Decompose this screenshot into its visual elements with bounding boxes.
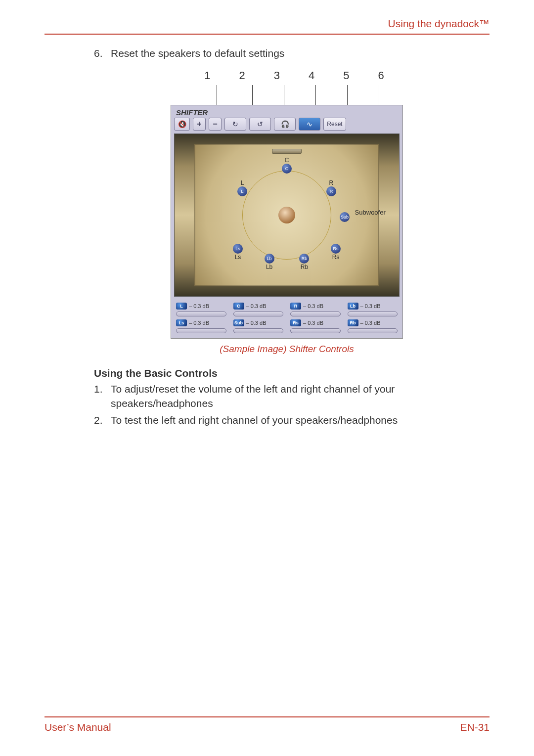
headphone-mode-button[interactable]: 🎧: [274, 118, 296, 131]
speaker-rs-label: Rs: [331, 254, 341, 261]
db-value: – 0.3 dB: [360, 303, 381, 309]
speaker-lb[interactable]: Lb Lb: [265, 254, 274, 270]
basic-item-2-text: To test the left and right channel of yo…: [111, 413, 398, 427]
basic-item-2: 2. To test the left and right channel of…: [94, 413, 480, 427]
db-cell-R: R– 0.3 dB: [290, 303, 341, 316]
callout-row: 1 2 3 4 5 6: [171, 69, 403, 82]
db-badge: Ls: [176, 319, 187, 326]
db-cell-Lb: Lb– 0.3 dB: [348, 303, 398, 316]
surround-view[interactable]: C C L L R R Sub: [174, 133, 400, 297]
db-badge: C: [233, 303, 244, 310]
basic-item-1: 1. To adjust/reset the volume of the lef…: [94, 382, 480, 410]
footer-left: User’s Manual: [44, 721, 111, 733]
mute-toggle[interactable]: 🔇: [174, 118, 190, 131]
db-slider-C[interactable]: [233, 311, 284, 316]
db-cell-C: C– 0.3 dB: [233, 303, 284, 316]
speaker-lb-icon: Lb: [265, 254, 274, 264]
db-value: – 0.3 dB: [360, 320, 381, 326]
wave-mode-button[interactable]: ∿: [299, 118, 320, 131]
rotate-cw-icon: ↻: [232, 120, 238, 128]
speaker-r-icon: R: [326, 186, 336, 196]
step-6-number: 6.: [94, 46, 106, 60]
page-header-section: Using the dynadock™: [44, 18, 490, 34]
db-slider-R[interactable]: [290, 311, 341, 316]
speaker-rb[interactable]: Rb Rb: [299, 254, 309, 270]
speaker-c-icon: C: [282, 164, 292, 174]
db-slider-Rs[interactable]: [290, 328, 341, 333]
db-value: – 0.3 dB: [246, 320, 267, 326]
db-value: – 0.3 dB: [303, 303, 323, 309]
db-slider-Rb[interactable]: [348, 328, 398, 333]
speaker-sub-icon: Sub: [340, 212, 350, 222]
speaker-r-label: R: [326, 179, 336, 186]
speaker-r[interactable]: R R: [326, 179, 336, 196]
callout-5: 5: [343, 69, 349, 82]
zoom-in-button[interactable]: +: [193, 118, 206, 131]
speaker-mute-icon: 🔇: [178, 120, 186, 128]
db-cell-Rs: Rs– 0.3 dB: [290, 319, 341, 333]
db-value: – 0.3 dB: [189, 320, 209, 326]
speaker-rb-label: Rb: [299, 264, 309, 270]
db-badge: L: [176, 303, 187, 310]
rotate-ccw-icon: ↺: [257, 120, 263, 128]
footer-rule: [44, 716, 490, 717]
basic-item-1-number: 1.: [94, 382, 106, 410]
minus-icon: −: [213, 120, 217, 129]
step-6-text: Reset the speakers to default settings: [111, 46, 284, 60]
footer-right: EN-31: [460, 721, 490, 733]
db-slider-L[interactable]: [176, 311, 226, 316]
speaker-ls-label: Ls: [233, 254, 243, 261]
speaker-ls-icon: Ls: [233, 244, 243, 254]
shifter-title: SHIFTER: [174, 108, 400, 117]
rotate-cw-button[interactable]: ↻: [224, 118, 246, 131]
speaker-l[interactable]: L L: [237, 179, 247, 196]
subwoofer-label: Subwoofer: [355, 209, 386, 216]
speaker-rs[interactable]: Rs Rs: [331, 244, 341, 261]
speaker-ls[interactable]: Ls Ls: [233, 244, 243, 261]
callout-4: 4: [309, 69, 314, 82]
db-readout-grid: L– 0.3 dB C– 0.3 dB R– 0.3 dB Lb– 0: [174, 301, 400, 333]
db-slider-Sub[interactable]: [233, 328, 284, 333]
callout-lines: [173, 85, 400, 105]
db-badge: Rb: [348, 319, 358, 326]
speaker-l-label: L: [237, 179, 247, 186]
speaker-c[interactable]: C C: [282, 157, 292, 174]
shifter-toolbar: 🔇 + − ↻ ↺: [174, 118, 400, 131]
plus-icon: +: [197, 120, 201, 129]
speaker-rs-icon: Rs: [331, 244, 341, 254]
db-badge: Lb: [348, 303, 358, 310]
step-6: 6. Reset the speakers to default setting…: [94, 46, 480, 60]
speaker-l-icon: L: [237, 186, 247, 196]
headphone-icon: 🎧: [281, 120, 289, 128]
callout-6: 6: [378, 69, 384, 82]
speaker-lb-label: Lb: [265, 264, 274, 270]
speaker-c-label: C: [282, 157, 292, 164]
db-value: – 0.3 dB: [246, 303, 267, 309]
callout-2: 2: [239, 69, 245, 82]
callout-3: 3: [274, 69, 280, 82]
db-cell-Sub: Sub– 0.3 dB: [233, 319, 284, 333]
db-value: – 0.3 dB: [303, 320, 323, 326]
figure-caption: (Sample Image) Shifter Controls: [94, 344, 480, 355]
callout-1: 1: [204, 69, 210, 82]
db-slider-Lb[interactable]: [348, 311, 398, 316]
header-rule: [44, 34, 490, 35]
speaker-sub[interactable]: Sub: [340, 212, 350, 222]
basic-controls-heading: Using the Basic Controls: [94, 367, 480, 379]
page-footer: User’s Manual EN-31: [44, 716, 490, 733]
reset-button[interactable]: Reset: [323, 118, 346, 131]
db-cell-Rb: Rb– 0.3 dB: [348, 319, 398, 333]
shifter-panel: SHIFTER 🔇 + − ↻: [171, 105, 403, 339]
db-cell-Ls: Ls– 0.3 dB: [176, 319, 226, 333]
wave-icon: ∿: [307, 120, 312, 128]
basic-item-1-text: To adjust/reset the volume of the left a…: [111, 382, 480, 410]
db-cell-L: L– 0.3 dB: [176, 303, 226, 316]
db-badge: Rs: [290, 319, 301, 326]
zoom-out-button[interactable]: −: [209, 118, 222, 131]
db-value: – 0.3 dB: [189, 303, 209, 309]
db-slider-Ls[interactable]: [176, 328, 226, 333]
basic-item-2-number: 2.: [94, 413, 106, 427]
rotate-ccw-button[interactable]: ↺: [249, 118, 271, 131]
db-badge: R: [290, 303, 301, 310]
speaker-rb-icon: Rb: [299, 254, 309, 264]
